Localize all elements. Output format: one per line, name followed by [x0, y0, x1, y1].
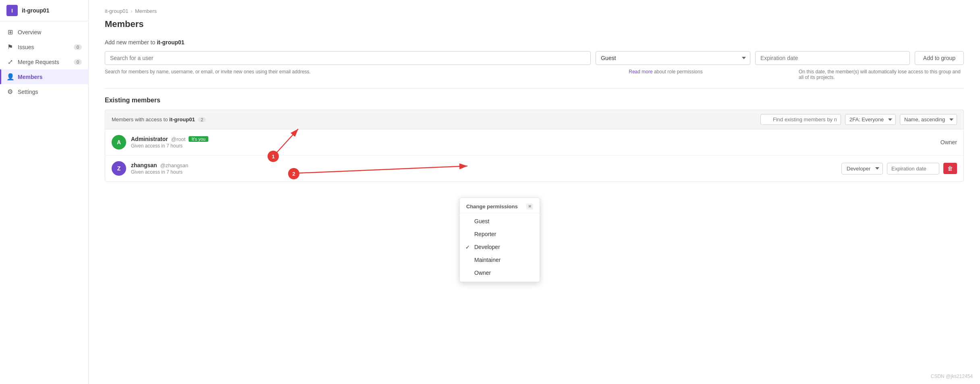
- sort-select[interactable]: Name, ascending: [900, 114, 957, 125]
- members-table-header: Members with access to it-group01 2 🔍 2F…: [105, 110, 964, 129]
- member-role-actions-admin: Owner: [941, 139, 957, 145]
- permission-option-reporter[interactable]: Reporter: [460, 228, 540, 241]
- sidebar-item-label-issues: Issues: [18, 44, 34, 50]
- member-role-actions-zhangsan: Developer Guest Reporter Maintainer Owne…: [841, 163, 957, 174]
- zhangsan-delete-button[interactable]: 🗑: [943, 163, 957, 174]
- table-row: A Administrator @root It's you Given acc…: [105, 129, 963, 156]
- member-avatar-zhangsan: Z: [112, 161, 126, 176]
- member-info-zhangsan: zhangsan @zhangsan Given access in 7 hou…: [131, 162, 837, 175]
- add-member-row: Guest Reporter Developer Maintainer Owne…: [105, 51, 964, 65]
- role-select-wrap: Guest Reporter Developer Maintainer Owne…: [596, 51, 750, 65]
- zhangsan-expiry-input[interactable]: [887, 163, 939, 174]
- watermark: CSDN @jks212454: [931, 374, 973, 379]
- breadcrumb-current: Members: [135, 8, 157, 14]
- sidebar-item-settings[interactable]: ⚙ Settings: [0, 84, 88, 99]
- member-username-admin: @root: [171, 136, 186, 142]
- expiry-helper-text: On this date, the member(s) will automat…: [799, 69, 964, 80]
- members-list: A Administrator @root It's you Given acc…: [105, 129, 964, 182]
- table-row: Z zhangsan @zhangsan Given access in 7 h…: [105, 156, 963, 181]
- existing-members-label: Existing members: [105, 97, 964, 104]
- add-section-group: it-group01: [157, 39, 184, 46]
- permission-option-owner[interactable]: Owner: [460, 266, 540, 279]
- page-title: Members: [105, 19, 964, 29]
- sidebar-item-merge-requests[interactable]: ⤢ Merge Requests 0: [0, 54, 88, 69]
- find-members-wrap: 🔍: [760, 114, 841, 125]
- member-info-admin: Administrator @root It's you Given acces…: [131, 136, 936, 149]
- member-count-badge: 2: [198, 117, 206, 122]
- add-section-label: Add new member to it-group01: [105, 39, 964, 46]
- member-username-zhangsan: @zhangsan: [160, 162, 189, 168]
- sidebar-item-label-members: Members: [18, 74, 42, 80]
- role-helper-text: Read more about role permissions: [629, 69, 794, 80]
- change-permissions-label: Change permissions: [466, 203, 518, 210]
- sidebar-nav: ⊞ Overview ⚑ Issues 0 ⤢ Merge Requests 0…: [0, 21, 88, 384]
- 2fa-filter-select[interactable]: 2FA: Everyone: [845, 114, 896, 125]
- sidebar-group-name: it-group01: [22, 7, 49, 14]
- sidebar-item-label-settings: Settings: [18, 89, 38, 95]
- expiry-input[interactable]: [755, 51, 910, 65]
- member-name-zhangsan: zhangsan: [131, 162, 157, 168]
- issues-icon: ⚑: [6, 43, 14, 51]
- search-helper-text: Search for members by name, username, or…: [105, 69, 624, 80]
- expiry-input-wrap: [755, 51, 910, 65]
- sidebar-item-members[interactable]: 👤 Members: [0, 69, 88, 84]
- member-avatar-admin: A: [112, 135, 126, 149]
- sidebar-item-label-overview: Overview: [18, 29, 41, 35]
- find-members-input[interactable]: [760, 114, 841, 125]
- section-divider: [105, 88, 964, 89]
- permission-option-developer[interactable]: Developer: [460, 241, 540, 253]
- search-filter-row: 🔍 2FA: Everyone Name, ascending: [760, 114, 957, 125]
- its-you-badge: It's you: [189, 136, 208, 142]
- main-content: it-group01 › Members Members Add new mem…: [89, 0, 980, 384]
- sidebar-item-overview[interactable]: ⊞ Overview: [0, 25, 88, 39]
- breadcrumb-sep: ›: [131, 8, 133, 14]
- overview-icon: ⊞: [6, 28, 14, 36]
- member-name-admin: Administrator: [131, 136, 168, 142]
- merge-requests-badge: 0: [74, 59, 82, 65]
- sidebar-logo: I: [6, 5, 18, 16]
- read-more-link[interactable]: Read more: [629, 69, 652, 75]
- sidebar-item-issues[interactable]: ⚑ Issues 0: [0, 39, 88, 54]
- search-user-input[interactable]: [105, 51, 591, 65]
- breadcrumb-parent[interactable]: it-group01: [105, 8, 129, 14]
- members-icon: 👤: [6, 73, 14, 81]
- settings-icon: ⚙: [6, 88, 14, 95]
- members-group-name: it-group01: [169, 116, 195, 122]
- members-count-label: Members with access to it-group01 2: [112, 116, 756, 122]
- permission-option-guest[interactable]: Guest: [460, 215, 540, 228]
- helper-row: Search for members by name, username, or…: [105, 69, 964, 80]
- sidebar: I it-group01 ⊞ Overview ⚑ Issues 0 ⤢ Mer…: [0, 0, 89, 384]
- kbd-hint: ⌘: [526, 203, 533, 210]
- merge-requests-icon: ⤢: [6, 58, 14, 66]
- member-since-zhangsan: Given access in 7 hours: [131, 169, 837, 175]
- sidebar-header: I it-group01: [0, 0, 88, 21]
- add-to-group-button[interactable]: Add to group: [915, 51, 964, 65]
- user-search-wrap: [105, 51, 591, 65]
- permission-option-maintainer[interactable]: Maintainer: [460, 253, 540, 266]
- permissions-dropdown: Change permissions ⌘ Guest Reporter Deve…: [459, 197, 540, 282]
- issues-badge: 0: [74, 44, 82, 50]
- role-select[interactable]: Guest Reporter Developer Maintainer Owne…: [596, 51, 750, 65]
- member-since-admin: Given access in 7 hours: [131, 143, 936, 149]
- breadcrumb: it-group01 › Members: [105, 8, 964, 14]
- dropdown-header: Change permissions ⌘: [460, 200, 540, 213]
- zhangsan-role-select[interactable]: Developer Guest Reporter Maintainer Owne…: [841, 163, 883, 174]
- sidebar-item-label-merge-requests: Merge Requests: [18, 59, 59, 65]
- admin-role-label: Owner: [941, 139, 957, 145]
